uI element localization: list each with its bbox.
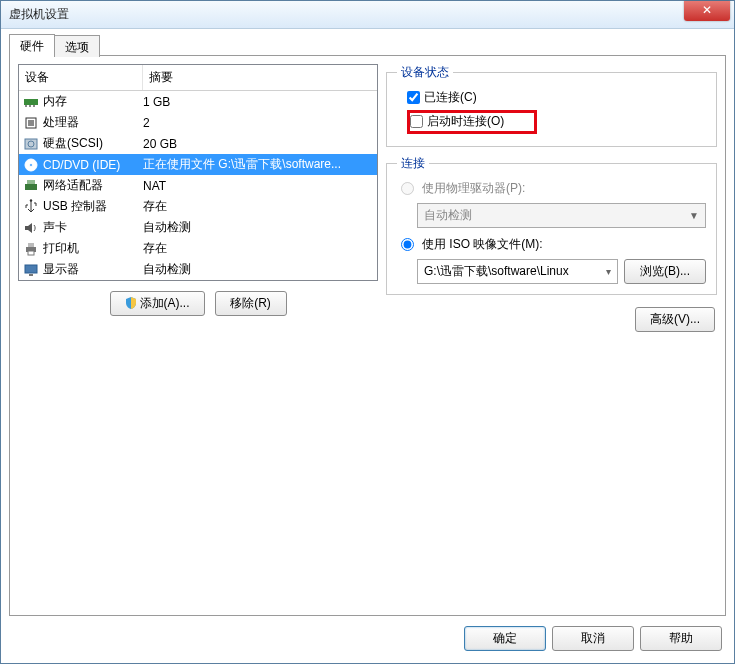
device-summary: 存在	[143, 240, 373, 257]
device-row[interactable]: 网络适配器 NAT	[19, 175, 377, 196]
display-icon	[23, 262, 39, 278]
chevron-down-icon: ▼	[689, 210, 699, 221]
advanced-button[interactable]: 高级(V)...	[635, 307, 715, 332]
svg-point-12	[30, 199, 32, 201]
col-device[interactable]: 设备	[19, 65, 143, 90]
ok-button[interactable]: 确定	[464, 626, 546, 651]
tab-strip: 硬件 选项	[9, 34, 726, 56]
svg-rect-0	[24, 99, 38, 105]
svg-rect-14	[28, 243, 34, 247]
use-iso-radio[interactable]	[401, 238, 414, 251]
device-status-group: 设备状态 已连接(C) 启动时连接(O)	[386, 64, 717, 147]
device-status-legend: 设备状态	[397, 64, 453, 81]
connection-group: 连接 使用物理驱动器(P): 自动检测 ▼ 使用 ISO 映像文件(M):	[386, 155, 717, 295]
svg-rect-16	[25, 265, 37, 273]
device-summary: 2	[143, 116, 373, 130]
device-summary: NAT	[143, 179, 373, 193]
device-row[interactable]: 声卡 自动检测	[19, 217, 377, 238]
sound-icon	[23, 220, 39, 236]
use-physical-radio[interactable]	[401, 182, 414, 195]
device-summary: 正在使用文件 G:\迅雷下载\software...	[143, 156, 373, 173]
svg-rect-2	[29, 105, 31, 107]
physical-drive-select[interactable]: 自动检测 ▼	[417, 203, 706, 228]
cd-icon	[23, 157, 39, 173]
device-name: 声卡	[43, 219, 143, 236]
vm-settings-window: 虚拟机设置 ✕ 硬件 选项 设备 摘要 内存 1 GB 处理器 2 硬盘(SCS…	[0, 0, 735, 664]
connection-legend: 连接	[397, 155, 429, 172]
device-name: 硬盘(SCSI)	[43, 135, 143, 152]
remove-button[interactable]: 移除(R)	[215, 291, 287, 316]
device-list: 设备 摘要 内存 1 GB 处理器 2 硬盘(SCSI) 20 GB CD/DV…	[18, 64, 378, 281]
shield-icon	[125, 297, 137, 309]
svg-rect-5	[28, 120, 34, 126]
use-physical-label: 使用物理驱动器(P):	[422, 180, 525, 197]
device-summary: 1 GB	[143, 95, 373, 109]
device-row[interactable]: CD/DVD (IDE) 正在使用文件 G:\迅雷下载\software...	[19, 154, 377, 175]
svg-rect-1	[25, 105, 27, 107]
svg-point-9	[30, 163, 33, 166]
tab-hardware[interactable]: 硬件	[9, 34, 55, 56]
add-button[interactable]: 添加(A)...	[110, 291, 205, 316]
device-list-header: 设备 摘要	[19, 65, 377, 91]
tab-options[interactable]: 选项	[54, 35, 100, 57]
svg-rect-15	[28, 251, 34, 255]
connect-at-start-label: 启动时连接(O)	[427, 113, 504, 130]
device-row[interactable]: 显示器 自动检测	[19, 259, 377, 280]
net-icon	[23, 178, 39, 194]
device-row[interactable]: 打印机 存在	[19, 238, 377, 259]
device-name: USB 控制器	[43, 198, 143, 215]
device-name: 处理器	[43, 114, 143, 131]
device-summary: 20 GB	[143, 137, 373, 151]
connect-at-start-checkbox[interactable]	[410, 115, 423, 128]
device-name: 网络适配器	[43, 177, 143, 194]
usb-icon	[23, 199, 39, 215]
iso-path-select[interactable]: G:\迅雷下载\software\Linux ▾	[417, 259, 618, 284]
connected-checkbox[interactable]	[407, 91, 420, 104]
window-title: 虚拟机设置	[9, 6, 684, 23]
svg-rect-3	[33, 105, 35, 107]
device-name: CD/DVD (IDE)	[43, 158, 143, 172]
device-summary: 存在	[143, 198, 373, 215]
device-row[interactable]: 处理器 2	[19, 112, 377, 133]
device-row[interactable]: 内存 1 GB	[19, 91, 377, 112]
device-row[interactable]: USB 控制器 存在	[19, 196, 377, 217]
browse-button[interactable]: 浏览(B)...	[624, 259, 706, 284]
hdd-icon	[23, 136, 39, 152]
close-button[interactable]: ✕	[684, 1, 730, 21]
use-iso-label: 使用 ISO 映像文件(M):	[422, 236, 543, 253]
svg-rect-10	[25, 184, 37, 190]
device-name: 显示器	[43, 261, 143, 278]
col-summary[interactable]: 摘要	[143, 65, 377, 90]
svg-rect-11	[27, 180, 35, 184]
connect-at-start-highlight: 启动时连接(O)	[407, 110, 537, 134]
device-name: 内存	[43, 93, 143, 110]
device-row[interactable]: 硬盘(SCSI) 20 GB	[19, 133, 377, 154]
cancel-button[interactable]: 取消	[552, 626, 634, 651]
memory-icon	[23, 94, 39, 110]
connected-label: 已连接(C)	[424, 89, 477, 106]
device-summary: 自动检测	[143, 219, 373, 236]
device-name: 打印机	[43, 240, 143, 257]
titlebar: 虚拟机设置 ✕	[1, 1, 734, 29]
cpu-icon	[23, 115, 39, 131]
device-summary: 自动检测	[143, 261, 373, 278]
help-button[interactable]: 帮助	[640, 626, 722, 651]
svg-rect-17	[29, 274, 33, 276]
printer-icon	[23, 241, 39, 257]
chevron-down-icon: ▾	[606, 266, 611, 277]
